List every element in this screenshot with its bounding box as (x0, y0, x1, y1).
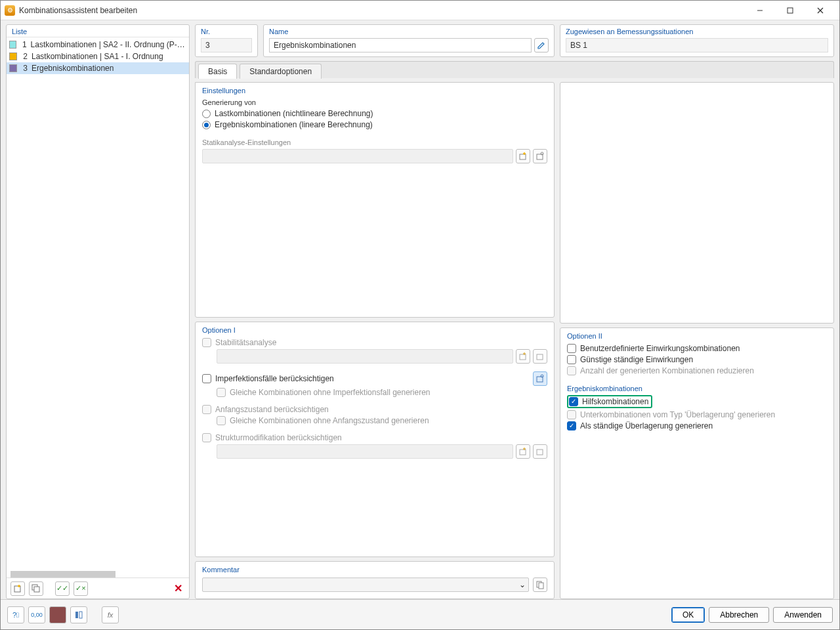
units-button[interactable]: 0,00 (28, 606, 45, 623)
checkbox-icon (567, 366, 576, 375)
list-item-number: 1 (20, 40, 26, 49)
copy-button[interactable] (29, 581, 43, 596)
checkbox-label: Stabilitätsanalyse (215, 338, 276, 347)
assigned-label: Zugewiesen an Bemessungssituationen (566, 28, 828, 35)
checkbox-label: Anzahl der generierten Kombinationen red… (580, 366, 754, 375)
options1-title: Optionen I (202, 326, 547, 334)
list-header: Liste (7, 25, 189, 37)
options1-section: Optionen I Stabilitätsanalyse (195, 322, 555, 557)
checkbox-label: Anfangszustand berücksichtigen (215, 405, 329, 414)
window-title: Kombinationsassistent bearbeiten (19, 6, 745, 15)
options2-section: Optionen II Benutzerdefinierte Einwirkun… (560, 327, 834, 599)
comment-section: Kommentar ⌄ (195, 561, 555, 599)
comment-library-button[interactable] (533, 578, 547, 592)
radio-label: Ergebniskombinationen (lineare Berechnun… (215, 120, 373, 129)
checkbox-imperfection-sub: Gleiche Kombinationen ohne Imperfektions… (217, 388, 547, 397)
checkbox-icon (202, 405, 211, 414)
checkbox-subcombinations: Unterkombinationen vom Typ 'Überlagerung… (567, 410, 827, 419)
checkbox-initial-state: Anfangszustand berücksichtigen (202, 405, 547, 414)
tab-basis[interactable]: Basis (198, 64, 237, 79)
svg-rect-19 (79, 612, 82, 618)
checkbox-icon (567, 421, 576, 430)
assigned-field: BS 1 (566, 38, 828, 52)
edit-structural-button[interactable] (533, 444, 547, 459)
function-button[interactable]: fx (102, 606, 119, 623)
cancel-button[interactable]: Abbrechen (709, 607, 769, 623)
list-item[interactable]: 3 Ergebniskombinationen (7, 62, 189, 74)
checkbox-icon (569, 397, 578, 406)
new-structural-button[interactable] (516, 444, 530, 459)
list-item-number: 2 (21, 52, 28, 61)
checkbox-imperfection[interactable]: Imperfektionsfälle berücksichtigen (202, 371, 547, 386)
delete-button[interactable]: ✕ (171, 581, 185, 596)
edit-settings-button[interactable] (533, 149, 547, 163)
list-item-label: Lastkombinationen | SA1 - I. Ordnung (32, 52, 163, 61)
titlebar: ⚙ Kombinationsassistent bearbeiten (1, 1, 839, 20)
checkbox-label: Benutzerdefinierte Einwirkungskombinatio… (580, 344, 740, 353)
svg-rect-15 (537, 450, 543, 455)
checkbox-favorable[interactable]: Günstige ständige Einwirkungen (567, 355, 827, 364)
checkbox-user-defined[interactable]: Benutzerdefinierte Einwirkungskombinatio… (567, 344, 827, 353)
svg-rect-14 (520, 450, 526, 455)
comment-combo[interactable]: ⌄ (202, 578, 529, 592)
radio-load-combinations[interactable]: Lastkombinationen (nichtlineare Berechnu… (202, 109, 547, 118)
checkbox-label: Hilfskombinationen (582, 397, 648, 406)
checkbox-auxiliary[interactable]: Hilfskombinationen (569, 397, 648, 406)
stability-field (217, 349, 513, 364)
radio-icon (202, 110, 211, 118)
radio-icon (202, 121, 211, 129)
apply-button[interactable]: Anwenden (773, 607, 833, 623)
radio-label: Lastkombinationen (nichtlineare Berechnu… (215, 109, 373, 118)
name-label: Name (269, 28, 549, 35)
checkbox-permanent-superposition[interactable]: Als ständige Überlagerung generieren (567, 421, 827, 430)
checkbox-reduce: Anzahl der generierten Kombinationen red… (567, 366, 827, 375)
imperfection-settings-button[interactable] (533, 371, 547, 386)
app-icon: ⚙ (5, 5, 15, 16)
horizontal-scrollbar[interactable] (10, 571, 185, 578)
check-include-button[interactable]: ✓✓ (55, 581, 70, 596)
checkbox-structural-mod: Strukturmodifikation berücksichtigen (202, 433, 547, 442)
svg-rect-1 (788, 8, 793, 13)
number-box: Nr. 3 (195, 24, 258, 57)
minimize-button[interactable] (745, 1, 775, 20)
color-swatch (9, 41, 16, 49)
name-field[interactable]: Ergebniskombinationen (269, 38, 532, 52)
checkbox-label: Unterkombinationen vom Typ 'Überlagerung… (580, 410, 775, 419)
checkbox-icon (567, 344, 576, 353)
checkbox-label: Imperfektionsfälle berücksichtigen (215, 374, 334, 383)
result-combinations-heading: Ergebniskombinationen (567, 385, 827, 392)
list-panel: Liste 1 Lastkombinationen | SA2 - II. Or… (6, 24, 190, 599)
checkbox-initial-state-sub: Gleiche Kombinationen ohne Anfangszustan… (217, 416, 547, 425)
color-button[interactable] (49, 606, 66, 623)
new-settings-button[interactable] (516, 149, 530, 163)
radio-result-combinations[interactable]: Ergebniskombinationen (lineare Berechnun… (202, 120, 547, 129)
close-button[interactable] (805, 1, 835, 20)
checkbox-label: Günstige ständige Einwirkungen (580, 355, 693, 364)
tab-standard-options[interactable]: Standardoptionen (240, 64, 322, 79)
check-exclude-button[interactable]: ✓× (74, 581, 88, 596)
ok-button[interactable]: OK (671, 607, 705, 623)
combination-list[interactable]: 1 Lastkombinationen | SA2 - II. Ordnung … (7, 37, 189, 570)
new-stability-button[interactable] (516, 349, 530, 364)
checkbox-icon (202, 374, 211, 383)
list-item[interactable]: 1 Lastkombinationen | SA2 - II. Ordnung … (7, 39, 189, 51)
checkbox-icon (202, 433, 211, 442)
name-box: Name Ergebniskombinationen (263, 24, 555, 57)
structural-mod-field (217, 444, 513, 459)
edit-name-button[interactable] (534, 38, 549, 52)
svg-rect-6 (34, 587, 39, 592)
help-button[interactable]: ?⃝ (7, 606, 24, 623)
maximize-button[interactable] (775, 1, 805, 20)
edit-stability-button[interactable] (533, 349, 547, 364)
comment-title: Kommentar (202, 566, 547, 574)
checkbox-stability: Stabilitätsanalyse (202, 338, 547, 347)
list-item-label: Ergebniskombinationen (32, 64, 114, 73)
list-item[interactable]: 2 Lastkombinationen | SA1 - I. Ordnung (7, 51, 189, 62)
settings-section: Einstellungen Generierung von Lastkombin… (195, 82, 555, 318)
new-button[interactable] (10, 581, 25, 596)
checkbox-icon (567, 355, 576, 364)
number-field: 3 (201, 38, 252, 52)
filter-button[interactable] (70, 606, 87, 623)
dialog-footer: ?⃝ 0,00 fx OK Abbrechen Anwenden (1, 599, 839, 629)
generation-label: Generierung von (202, 98, 547, 106)
